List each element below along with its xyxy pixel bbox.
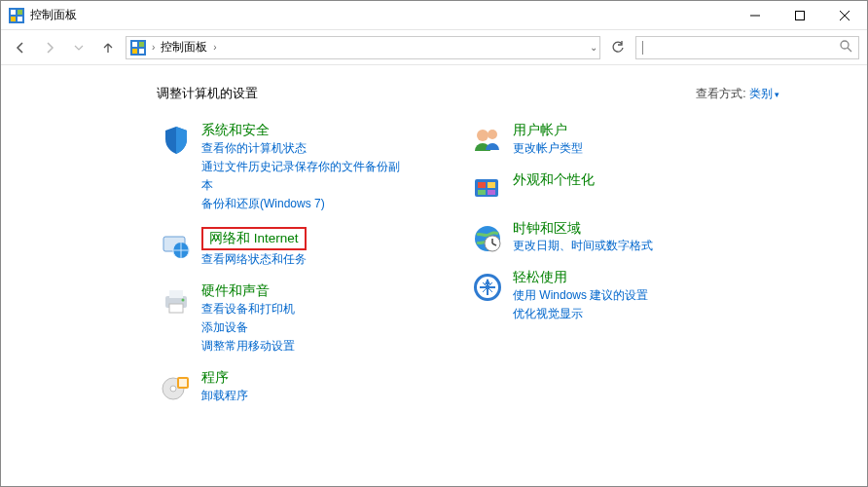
svg-rect-2 [18,10,22,15]
recent-locations-button[interactable] [67,36,90,59]
category-heading-highlighted[interactable]: 网络和 Internet [201,227,307,250]
category-sub[interactable]: 更改日期、时间或数字格式 [513,237,721,255]
view-by-label: 查看方式: [696,87,745,100]
category-network-internet: 网络和 Internet 查看网络状态和任务 [157,227,410,269]
content-header: 调整计算机的设置 查看方式: 类别▾ [157,85,779,102]
category-grid: 系统和安全 查看你的计算机状态 通过文件历史记录保存你的文件备份副本 备份和还原… [157,122,838,419]
maximize-button[interactable] [778,1,822,30]
titlebar: 控制面板 [1,1,867,30]
category-appearance: 外观和个性化 [468,171,721,206]
chevron-right-icon: › [150,42,157,53]
view-by-dropdown[interactable]: 类别▾ [749,87,779,100]
printer-icon [157,282,196,356]
svg-point-14 [841,41,849,49]
left-column: 系统和安全 查看你的计算机状态 通过文件历史记录保存你的文件备份副本 备份和还原… [157,122,410,419]
svg-rect-13 [139,49,144,54]
breadcrumb-root[interactable]: 控制面板 [161,39,207,56]
category-user-accounts: 用户帐户 更改帐户类型 [468,122,721,158]
page-title: 调整计算机的设置 [157,85,258,102]
caret-icon [642,41,643,55]
category-programs: 程序 卸载程序 [157,369,410,405]
svg-rect-6 [796,11,805,19]
category-sub[interactable]: 卸载程序 [201,387,410,405]
chevron-right-icon: › [211,42,218,53]
svg-point-21 [182,299,185,302]
content: 调整计算机的设置 查看方式: 类别▾ 系统和安全 查看你的计算机状态 通过文件历… [1,65,867,438]
close-button[interactable] [822,1,867,30]
category-hardware-sound: 硬件和声音 查看设备和打印机 添加设备 调整常用移动设置 [157,282,410,356]
category-sub[interactable]: 更改帐户类型 [513,139,721,158]
svg-point-26 [477,130,488,141]
up-button[interactable] [96,36,120,59]
minimize-button[interactable] [733,1,778,30]
svg-point-23 [170,386,176,392]
programs-icon [157,369,196,405]
personalization-icon [468,171,507,206]
clock-globe-icon [468,220,507,256]
category-system-security: 系统和安全 查看你的计算机状态 通过文件历史记录保存你的文件备份副本 备份和还原… [157,122,410,213]
svg-rect-19 [169,290,183,298]
category-sub[interactable]: 优化视觉显示 [513,305,721,323]
refresh-button[interactable] [606,36,630,59]
view-by: 查看方式: 类别▾ [696,86,779,102]
shield-icon [157,122,196,213]
search-icon [839,39,852,56]
category-sub[interactable]: 查看设备和打印机 [201,300,410,318]
ease-of-access-icon [468,269,507,323]
category-heading[interactable]: 用户帐户 [513,123,567,137]
svg-rect-20 [169,304,183,313]
category-heading[interactable]: 程序 [201,370,229,385]
navbar: › 控制面板 › ⌄ [1,30,867,65]
category-heading[interactable]: 外观和个性化 [513,172,595,187]
svg-rect-1 [11,10,16,15]
control-panel-icon [130,40,146,56]
svg-rect-32 [488,190,495,195]
category-sub[interactable]: 备份和还原(Windows 7) [201,195,410,213]
svg-rect-10 [132,42,137,47]
globe-monitor-icon [157,227,196,269]
category-sub[interactable]: 添加设备 [201,318,410,337]
chevron-down-icon[interactable]: ⌄ [590,42,597,53]
category-clock-region: 时钟和区域 更改日期、时间或数字格式 [468,220,721,256]
control-panel-icon [9,8,24,23]
category-sub[interactable]: 调整常用移动设置 [201,337,410,356]
breadcrumb[interactable]: › 控制面板 › ⌄ [126,36,600,59]
svg-rect-11 [139,42,144,47]
forward-button[interactable] [38,36,61,59]
svg-rect-25 [179,379,187,387]
svg-rect-4 [18,17,22,21]
svg-rect-3 [11,17,16,21]
category-sub[interactable]: 查看你的计算机状态 [201,139,410,158]
category-heading[interactable]: 硬件和声音 [201,283,270,298]
svg-rect-29 [478,182,486,188]
back-button[interactable] [9,36,32,59]
svg-line-15 [848,48,851,52]
category-heading[interactable]: 时钟和区域 [513,221,581,236]
svg-rect-30 [488,182,495,188]
svg-rect-31 [478,190,486,195]
category-heading[interactable]: 系统和安全 [201,123,270,137]
category-heading[interactable]: 轻松使用 [513,270,567,284]
search-input[interactable] [635,36,859,59]
svg-point-27 [488,130,497,139]
chevron-down-icon: ▾ [773,90,779,99]
category-ease-of-access: 轻松使用 使用 Windows 建议的设置 优化视觉显示 [468,269,721,323]
category-sub[interactable]: 通过文件历史记录保存你的文件备份副本 [201,158,410,195]
user-accounts-icon [468,122,507,158]
window-title: 控制面板 [30,7,733,23]
category-sub[interactable]: 使用 Windows 建议的设置 [513,286,721,305]
svg-rect-12 [132,49,137,54]
category-sub[interactable]: 查看网络状态和任务 [201,250,410,269]
right-column: 用户帐户 更改帐户类型 外观和个性化 时钟和区域 更改日期、时间或数字格 [468,122,721,419]
